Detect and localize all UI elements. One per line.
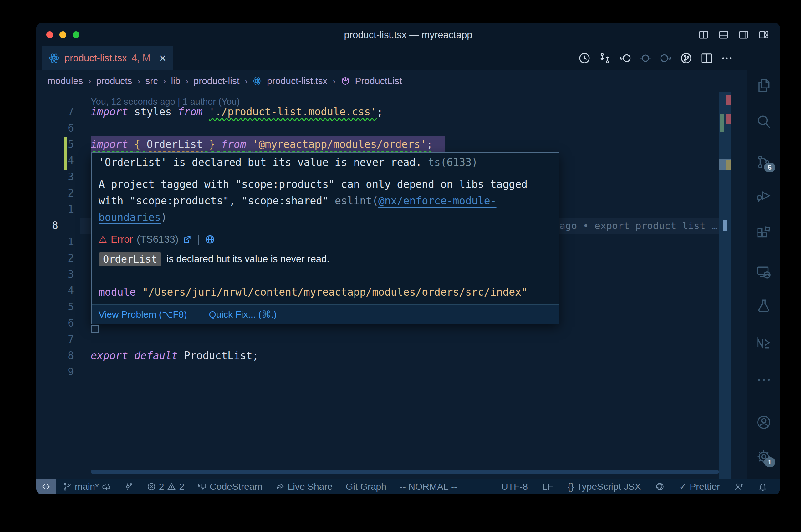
eslint-message-line1: A project tagged with "scope:products" c… <box>98 178 528 190</box>
line-number: 6 <box>55 120 74 136</box>
commit-graph-button[interactable] <box>124 482 133 491</box>
explorer-icon[interactable] <box>756 77 771 93</box>
breadcrumb-item[interactable]: ProductList <box>355 76 402 86</box>
commit-graph-icon <box>124 482 133 491</box>
breadcrumb-item[interactable]: products <box>96 76 132 86</box>
git-graph-button[interactable]: Git Graph <box>346 481 386 492</box>
accounts-icon[interactable] <box>756 415 771 430</box>
feedback-button[interactable] <box>734 482 744 491</box>
extensions-icon[interactable] <box>756 225 771 241</box>
settings-gear-icon[interactable]: 1 <box>756 449 771 464</box>
eslint-rule-link[interactable]: boundaries <box>98 211 161 224</box>
cloud-upload-icon <box>102 482 111 491</box>
git-branch-icon <box>62 482 72 491</box>
code-line[interactable]: export default ProductList; <box>91 347 258 364</box>
encoding-indicator[interactable]: UTF-8 <box>501 481 528 492</box>
code-token <box>203 138 209 150</box>
gutter-indicator-icon[interactable] <box>639 52 652 64</box>
line-number: 7 <box>55 104 74 120</box>
horizontal-scrollbar[interactable] <box>91 470 719 474</box>
customize-layout-icon[interactable] <box>759 30 769 40</box>
code-token: default <box>134 349 178 362</box>
bell-icon <box>758 482 767 491</box>
branch-indicator[interactable]: main* <box>62 481 111 492</box>
chevron-right-icon: › <box>244 76 248 86</box>
breadcrumb-item[interactable]: product-list <box>194 76 240 86</box>
run-file-icon[interactable] <box>680 52 692 64</box>
code-line[interactable]: import { OrderList } from '@myreactapp/m… <box>91 136 433 153</box>
prettier-label: Prettier <box>690 481 720 492</box>
eslint-message-line2: with "scope:products", "scope:shared" <box>98 195 335 207</box>
eslint-rule-link[interactable]: @nx/enforce-module- <box>378 195 496 207</box>
chevron-right-icon: › <box>185 76 189 86</box>
run-debug-icon[interactable] <box>756 188 771 204</box>
code-token: './product-list.module.css' <box>209 106 377 118</box>
line-number: 7 <box>55 331 74 347</box>
quick-fix-button[interactable]: Quick Fix... (⌘.) <box>209 309 277 320</box>
tab-product-list[interactable]: product-list.tsx 4, M × <box>42 46 173 70</box>
check-icon: ✓ <box>679 481 687 492</box>
overview-marker-green <box>720 114 724 132</box>
line-number: 3 <box>55 266 74 283</box>
editor-toolbar <box>578 46 733 70</box>
additional-views-icon[interactable] <box>756 372 771 387</box>
nx-console-icon[interactable] <box>756 336 771 351</box>
breadcrumb-item[interactable]: modules <box>48 76 83 86</box>
code-token: ProductList; <box>184 349 258 362</box>
source-control-icon[interactable]: 5 <box>756 154 771 170</box>
line-number: 6 <box>55 315 74 331</box>
chevron-right-icon: › <box>163 76 166 86</box>
toggle-panel-right-icon[interactable] <box>739 30 749 40</box>
code-line[interactable]: import styles from './product-list.modul… <box>91 104 383 120</box>
error-label: Error <box>111 233 133 245</box>
search-icon[interactable] <box>756 114 771 129</box>
live-share-button[interactable]: Live Share <box>276 481 333 492</box>
editor[interactable]: You, 12 seconds ago | 1 author (You) 765… <box>36 92 747 478</box>
notifications-button[interactable] <box>758 482 767 491</box>
toggle-panel-left-icon[interactable] <box>698 30 709 40</box>
open-external-icon[interactable] <box>182 234 192 244</box>
problems-indicator[interactable]: 2 2 <box>147 481 184 492</box>
tab-label: product-list.tsx <box>65 53 127 64</box>
line-number: 2 <box>55 250 74 266</box>
breadcrumb-item[interactable]: src <box>145 76 158 86</box>
live-share-icon <box>276 482 285 491</box>
more-actions-icon[interactable] <box>721 52 733 64</box>
prettier-indicator[interactable]: ✓ Prettier <box>679 481 720 492</box>
eol-indicator[interactable]: LF <box>542 481 553 492</box>
next-change-icon[interactable] <box>659 52 672 64</box>
status-bar-left: main* 2 2 CodeStream Live Share Git <box>62 481 457 492</box>
remote-indicator[interactable] <box>36 478 56 494</box>
breadcrumb-item[interactable]: product-list.tsx <box>267 76 327 86</box>
breadcrumb: modules › products › src › lib › product… <box>36 70 747 92</box>
code-token: '@myreactapp/modules/orders' <box>253 138 426 150</box>
gutter-change-indicator[interactable] <box>64 137 67 170</box>
split-editor-icon[interactable] <box>700 52 713 64</box>
view-problem-button[interactable]: View Problem (⌥F8) <box>98 309 187 320</box>
breadcrumb-item[interactable]: lib <box>171 76 180 86</box>
settings-badge: 1 <box>764 457 775 467</box>
globe-icon[interactable] <box>205 234 215 244</box>
vertical-scrollbar[interactable] <box>719 92 731 478</box>
code-token: OrderList <box>147 138 203 150</box>
popup-resize-handle[interactable] <box>91 325 99 333</box>
previous-change-icon[interactable] <box>619 52 632 64</box>
error-description: is declared but its value is never read. <box>166 253 329 265</box>
language-mode-indicator[interactable]: {} TypeScript JSX <box>568 481 641 492</box>
layout-controls <box>698 30 769 40</box>
line-number: 9 <box>55 364 74 380</box>
activity-bar: 5 1 <box>747 46 780 478</box>
github-button[interactable] <box>655 482 665 491</box>
overview-marker-cursor <box>723 220 727 231</box>
title-bar: product-list.tsx — myreactapp <box>36 23 780 46</box>
testing-icon[interactable] <box>756 298 771 314</box>
codestream-button[interactable]: CodeStream <box>197 481 262 492</box>
module-keyword: module <box>98 286 136 298</box>
compare-changes-icon[interactable] <box>599 52 611 64</box>
vim-mode-indicator: -- NORMAL -- <box>400 481 457 492</box>
code-token: ; <box>377 106 383 118</box>
timeline-history-icon[interactable] <box>578 52 591 64</box>
tab-close-icon[interactable]: × <box>159 52 166 64</box>
remote-explorer-icon[interactable] <box>756 264 771 280</box>
toggle-panel-bottom-icon[interactable] <box>718 30 729 40</box>
